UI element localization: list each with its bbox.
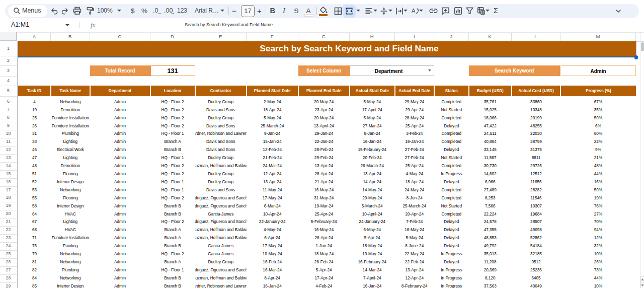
svg-text:A: A bbox=[412, 8, 416, 14]
